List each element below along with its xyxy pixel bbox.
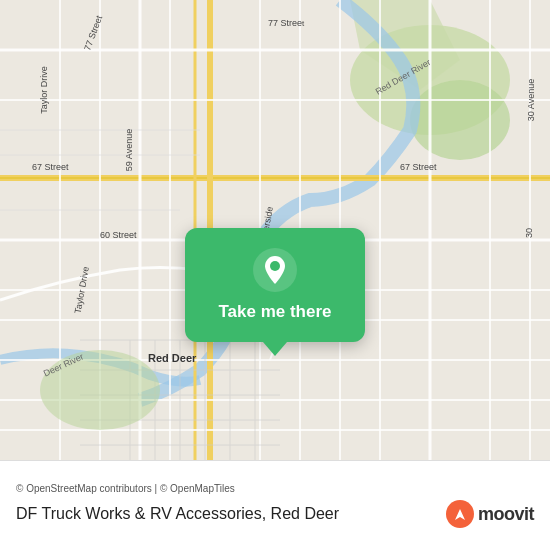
street-label-67st-right: 67 Street	[400, 162, 437, 172]
location-name: DF Truck Works & RV Accessories, Red Dee…	[16, 505, 339, 523]
moovit-icon	[446, 500, 474, 528]
popup-tail	[263, 342, 287, 356]
street-label-30: 30	[524, 228, 534, 238]
street-label-taylor: Taylor Drive	[39, 66, 49, 114]
location-pin-icon	[253, 248, 297, 292]
svg-point-2	[410, 80, 510, 160]
street-label-reddeer: Red Deer	[148, 352, 196, 364]
attribution-text: © OpenStreetMap contributors | © OpenMap…	[16, 483, 534, 494]
street-label-60st: 60 Street	[100, 230, 137, 240]
map-container: 77 Street 77 Street Taylor Drive 59 Aven…	[0, 0, 550, 460]
svg-point-43	[270, 261, 280, 271]
moovit-logo: moovit	[446, 500, 534, 528]
street-label-30ave: 30 Avenue	[526, 79, 536, 121]
street-label-77st-2: 77 Street	[268, 18, 304, 28]
info-bar: © OpenStreetMap contributors | © OpenMap…	[0, 460, 550, 550]
moovit-text: moovit	[478, 504, 534, 525]
take-me-there-button[interactable]: Take me there	[218, 302, 331, 322]
street-label-67st-left: 67 Street	[32, 162, 69, 172]
street-label-59ave: 59 Avenue	[124, 129, 134, 171]
